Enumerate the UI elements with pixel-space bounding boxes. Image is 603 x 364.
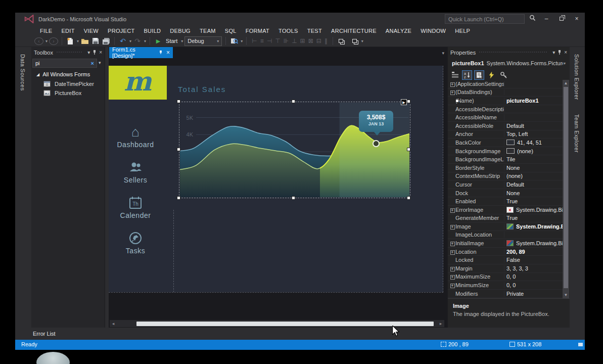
object-selector[interactable]: pictureBox1 System.Windows.Forms.Picture…	[448, 58, 570, 69]
tab-team-explorer[interactable]: Team Explorer	[574, 112, 580, 160]
chevron-down-icon[interactable]: ▾	[552, 50, 555, 55]
property-row-backcolor[interactable]: BackColor41, 44, 51	[448, 139, 563, 147]
align-tool-icon[interactable]: ⊞	[299, 37, 307, 44]
property-pages-icon[interactable]	[498, 70, 508, 80]
quick-launch-input[interactable]: Quick Launch (Ctrl+Q)	[445, 14, 525, 24]
property-row-margin[interactable]: +Margin3, 3, 3, 3	[448, 264, 563, 273]
chevron-down-icon[interactable]: ▾	[361, 39, 363, 43]
resize-handle[interactable]	[292, 100, 295, 103]
scrollbar-thumb[interactable]	[564, 87, 568, 288]
menu-item-analyze[interactable]: ANALYZE	[381, 27, 416, 35]
resize-handle[interactable]	[407, 100, 410, 103]
align-tool-icon[interactable]: ⊠	[307, 37, 315, 44]
property-row-databindings[interactable]: +(DataBindings)	[448, 88, 563, 97]
error-list-bar[interactable]: Error List	[15, 328, 585, 340]
property-row-backgroundimagelayout[interactable]: BackgroundImageLayoutTile	[448, 155, 563, 164]
property-row-backgroundimage[interactable]: BackgroundImage(none)	[448, 147, 563, 156]
menu-item-project[interactable]: PROJECT	[103, 27, 139, 35]
property-row-accessiblerole[interactable]: AccessibleRoleDefault	[448, 122, 563, 130]
align-tool-icon[interactable]: ≡	[259, 37, 265, 44]
save-all-icon[interactable]	[102, 36, 111, 46]
close-icon[interactable]: ×	[166, 49, 170, 56]
menu-item-help[interactable]: HELP	[450, 27, 475, 35]
align-tool-icon[interactable]: ⊣	[265, 37, 273, 44]
tab-form1-design[interactable]: Form1.cs [Design]* ×	[109, 47, 173, 58]
chevron-down-icon[interactable]: ▾	[442, 51, 444, 56]
property-row-location[interactable]: +Location200, 89	[448, 248, 563, 256]
expand-toggle-icon[interactable]: +	[450, 90, 455, 95]
minimize-button[interactable]: –	[540, 15, 553, 24]
pin-icon[interactable]	[159, 50, 163, 56]
resize-handle[interactable]	[292, 196, 295, 200]
chevron-down-icon[interactable]: ▾	[45, 39, 48, 43]
menu-item-format[interactable]: FORMAT	[241, 27, 274, 35]
property-row-errorimage[interactable]: +ErrorImage×System.Drawing.Bitmap	[448, 206, 563, 214]
search-clear-icon[interactable]: ×	[91, 60, 94, 66]
save-icon[interactable]	[91, 36, 100, 46]
property-row-name[interactable]: (Name)pictureBox1	[448, 97, 563, 105]
expand-toggle-icon[interactable]: +	[450, 275, 455, 280]
scroll-right-icon[interactable]: ▸	[437, 321, 444, 326]
expand-toggle-icon[interactable]: +	[450, 250, 455, 255]
property-row-anchor[interactable]: AnchorTop, Left	[448, 130, 563, 139]
menu-item-view[interactable]: VIEW	[79, 27, 103, 35]
align-tool-icon[interactable]: ⊟	[315, 37, 323, 44]
align-tool-icon[interactable]: ⊢	[250, 37, 258, 44]
chevron-down-icon[interactable]: ▾	[99, 60, 101, 65]
expand-toggle-icon[interactable]: +	[450, 284, 455, 288]
chevron-down-icon[interactable]: ▾	[144, 39, 146, 43]
property-row-accessiblename[interactable]: AccessibleName	[448, 113, 563, 122]
property-row-contextmenustrip[interactable]: ContextMenuStrip(none)	[448, 172, 563, 181]
alphabetical-sort-icon[interactable]: az	[462, 70, 472, 80]
close-icon[interactable]: ×	[564, 50, 567, 55]
pin-icon[interactable]	[92, 50, 97, 56]
menu-item-debug[interactable]: DEBUG	[165, 27, 195, 35]
align-tool-icon[interactable]: ⊥	[290, 37, 298, 44]
toolbox-group-all-windows-forms[interactable]: ◢ All Windows Forms	[36, 71, 90, 77]
start-debug-icon[interactable]: ▶	[154, 36, 163, 46]
align-tool-icon[interactable]: ⊪	[282, 37, 290, 44]
pin-icon[interactable]	[558, 50, 562, 56]
navigate-back-icon[interactable]: ‹	[34, 37, 43, 45]
expand-toggle-icon[interactable]: +	[450, 82, 455, 87]
expand-toggle-icon[interactable]: +	[450, 267, 455, 271]
properties-view-icon[interactable]	[474, 70, 484, 80]
menu-item-file[interactable]: FILE	[35, 27, 57, 35]
property-row-imagelocation[interactable]: ImageLocation	[448, 231, 563, 240]
smart-tag-button[interactable]: ▶	[401, 99, 407, 105]
configuration-select[interactable]: Debug ▾	[184, 36, 222, 46]
open-folder-icon[interactable]	[80, 36, 89, 46]
property-row-enabled[interactable]: EnabledTrue	[448, 197, 563, 206]
tab-data-sources[interactable]: Data Sources	[20, 54, 26, 91]
chevron-down-icon[interactable]: ▾	[129, 39, 131, 43]
redo-icon[interactable]: ↷	[133, 36, 142, 46]
close-icon[interactable]: ×	[99, 50, 102, 55]
resize-handle[interactable]	[407, 196, 410, 200]
property-row-accessibledescription[interactable]: AccessibleDescription	[448, 105, 563, 114]
resize-handle[interactable]	[407, 148, 410, 151]
scrollbar-thumb[interactable]	[136, 322, 434, 326]
resize-handle[interactable]	[177, 148, 180, 151]
form-selection-edge[interactable]	[443, 66, 443, 292]
events-icon[interactable]	[486, 70, 496, 80]
property-row-minimumsize[interactable]: +MinimumSize0, 0	[448, 281, 563, 290]
menu-item-sql[interactable]: SQL	[220, 27, 241, 35]
tab-solution-explorer[interactable]: Solution Explorer	[574, 52, 580, 107]
chevron-down-icon[interactable]: ▾	[181, 39, 183, 43]
toolbox-item-picturebox[interactable]: PictureBox	[43, 89, 81, 96]
scroll-up-icon[interactable]: ▲	[563, 81, 569, 85]
chevron-down-icon[interactable]: ▾	[241, 39, 243, 43]
restore-button[interactable]	[555, 15, 568, 24]
categorized-icon[interactable]	[450, 70, 460, 80]
toolbox-item-datetimepicker[interactable]: DateTimePicker	[43, 80, 94, 87]
navigate-forward-icon[interactable]: ›	[49, 37, 58, 45]
find-in-files-icon[interactable]	[229, 36, 239, 46]
expand-toggle-icon[interactable]: +	[450, 242, 455, 246]
menu-item-edit[interactable]: EDIT	[57, 27, 79, 35]
align-tool-icon[interactable]: ⊤	[273, 37, 282, 44]
property-row-generatemember[interactable]: GenerateMemberTrue	[448, 214, 563, 223]
property-row-cursor[interactable]: CursorDefault	[448, 180, 563, 189]
property-row-borderstyle[interactable]: BorderStyleNone	[448, 164, 563, 172]
property-row-maximumsize[interactable]: +MaximumSize0, 0	[448, 273, 563, 282]
menu-item-build[interactable]: BUILD	[139, 27, 165, 35]
